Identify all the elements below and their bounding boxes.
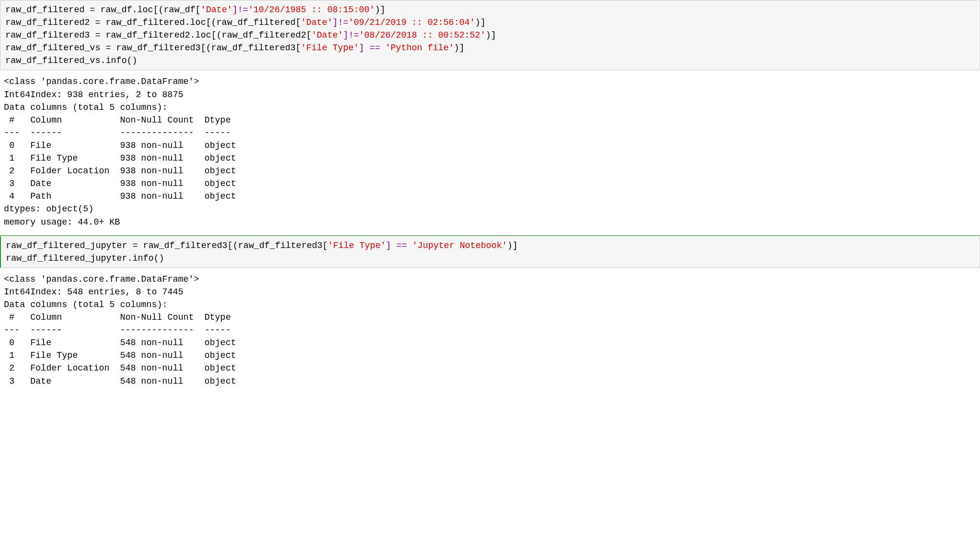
output-line: Int64Index: 938 entries, 2 to 8875 — [4, 90, 183, 100]
code-line — [407, 241, 412, 250]
output-line: 1 File Type 938 non-null object — [4, 153, 236, 163]
operator: ]!= — [333, 18, 348, 27]
output-line: <class 'pandas.core.frame.DataFrame'> — [4, 274, 199, 284]
code-line: raw_df_filtered = raw_df.loc[(raw_df[ — [5, 5, 201, 15]
string-literal: 'Date' — [312, 30, 343, 40]
output-line: 3 Date 938 non-null object — [4, 179, 236, 188]
code-line: raw_df_filtered2 = raw_df_filtered.loc[(… — [5, 18, 301, 27]
string-literal: 'File Type' — [301, 43, 359, 53]
code-line: )] — [486, 30, 496, 40]
string-literal: 'Date' — [301, 18, 333, 27]
notebook-wrapper: raw_df_filtered = raw_df.loc[(raw_df['Da… — [0, 0, 980, 537]
output-line: 0 File 548 non-null object — [4, 338, 236, 348]
string-literal: '08/26/2018 :: 00:52:52' — [359, 30, 486, 40]
output-line: dtypes: object(5) — [4, 204, 94, 214]
operator: ]!= — [343, 30, 359, 40]
code-line: raw_df_filtered_jupyter.info() — [6, 253, 164, 263]
code-line: )] — [507, 241, 518, 250]
string-literal: 'File Type' — [328, 241, 386, 250]
output-line: 4 Path 938 non-null object — [4, 191, 236, 201]
string-literal: 'Date' — [201, 5, 233, 15]
output-line: 0 File 938 non-null object — [4, 141, 236, 150]
code-cell-1-output: <class 'pandas.core.frame.DataFrame'> In… — [0, 72, 980, 233]
output-line: --- ------ -------------- ----- — [4, 325, 236, 335]
output-line: 2 Folder Location 938 non-null object — [4, 166, 236, 176]
code-line: )] — [375, 5, 385, 15]
output-line: 3 Date 548 non-null object — [4, 376, 236, 386]
string-literal: 'Jupyter Notebook' — [412, 241, 507, 250]
output-line: <class 'pandas.core.frame.DataFrame'> — [4, 77, 199, 86]
code-line: raw_df_filtered_vs = raw_df_filtered3[(r… — [5, 43, 301, 53]
output-line: 1 File Type 548 non-null object — [4, 351, 236, 360]
operator: ]!= — [232, 5, 248, 15]
operator: ] == — [386, 241, 407, 250]
code-line: raw_df_filtered3 = raw_df_filtered2.loc[… — [5, 30, 312, 40]
code-cell-2-input[interactable]: raw_df_filtered_jupyter = raw_df_filtere… — [0, 236, 980, 268]
output-line: Data columns (total 5 columns): — [4, 300, 168, 310]
code-line: raw_df_filtered_jupyter = raw_df_filtere… — [6, 241, 328, 250]
string-literal: '09/21/2019 :: 02:56:04' — [348, 18, 475, 27]
output-line: # Column Non-Null Count Dtype — [4, 115, 236, 125]
code-line: )] — [454, 43, 465, 53]
output-line: Int64Index: 548 entries, 8 to 7445 — [4, 287, 183, 297]
code-line: raw_df_filtered_vs.info() — [5, 56, 137, 65]
code-line — [380, 43, 385, 53]
output-line: # Column Non-Null Count Dtype — [4, 312, 236, 322]
output-line: memory usage: 44.0+ KB — [4, 217, 120, 227]
string-literal: '10/26/1985 :: 08:15:00' — [248, 5, 375, 15]
operator: ] == — [359, 43, 380, 53]
code-cell-2-output: <class 'pandas.core.frame.DataFrame'> In… — [0, 270, 980, 392]
output-line: --- ------ -------------- ----- — [4, 128, 236, 138]
code-cell-1-input[interactable]: raw_df_filtered = raw_df.loc[(raw_df['Da… — [0, 0, 980, 70]
output-line: Data columns (total 5 columns): — [4, 103, 168, 112]
string-literal: 'Python file' — [385, 43, 454, 53]
output-line: 2 Folder Location 548 non-null object — [4, 363, 236, 373]
code-line: )] — [475, 18, 486, 27]
